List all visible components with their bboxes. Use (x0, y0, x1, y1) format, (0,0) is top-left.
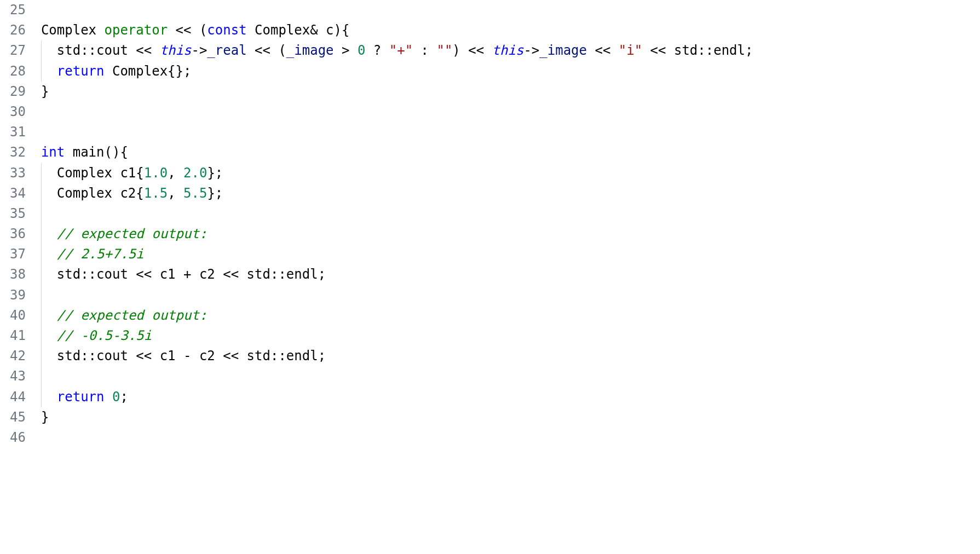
line-number: 36 (10, 224, 26, 244)
code-token: return (57, 64, 105, 79)
code-token: ; (120, 389, 128, 405)
code-token: : (413, 43, 436, 58)
code-line[interactable] (41, 285, 980, 305)
code-line[interactable] (41, 204, 980, 224)
code-area[interactable]: Complex operator << (const Complex& c){ … (41, 0, 980, 448)
code-token: main(){ (65, 145, 128, 160)
code-token: << ( (247, 43, 286, 58)
line-number: 46 (10, 428, 26, 448)
code-token: Complex c2{ (57, 186, 144, 201)
line-number: 28 (10, 61, 26, 82)
code-token: -> (191, 43, 207, 58)
line-number: 30 (10, 102, 26, 122)
code-line[interactable] (41, 122, 980, 142)
code-line[interactable]: // -0.5-3.5i (41, 326, 980, 346)
code-token: std::cout << (57, 43, 160, 58)
code-editor[interactable]: 2526272829303132333435363738394041424344… (0, 0, 980, 448)
indent-whitespace (41, 267, 57, 282)
indent-whitespace (41, 246, 57, 262)
code-token: << (587, 43, 619, 58)
line-number: 25 (10, 0, 26, 20)
line-number: 42 (10, 346, 26, 366)
indent-guide (41, 366, 42, 386)
indent-guide (41, 387, 42, 407)
indent-whitespace (41, 308, 57, 323)
code-line[interactable]: // expected output: (41, 305, 980, 326)
code-token: } (41, 409, 49, 425)
code-line[interactable]: int main(){ (41, 142, 980, 163)
line-number: 31 (10, 122, 26, 142)
code-line[interactable]: // expected output: (41, 224, 980, 244)
code-token: _real (207, 43, 246, 58)
code-token: }; (207, 165, 223, 181)
line-number: 32 (10, 142, 26, 163)
indent-whitespace (41, 348, 57, 363)
indent-whitespace (41, 287, 57, 303)
indent-guide (41, 305, 42, 326)
indent-guide (41, 163, 42, 183)
indent-guide (41, 326, 42, 346)
code-token: "+" (389, 43, 413, 58)
code-token: 1.5 (144, 186, 168, 201)
line-number: 43 (10, 366, 26, 386)
code-token: , (168, 165, 183, 181)
code-token: this (492, 43, 524, 58)
code-token: "" (436, 43, 452, 58)
code-line[interactable] (41, 0, 980, 20)
code-line[interactable]: std::cout << this->_real << (_image > 0 … (41, 41, 980, 61)
indent-whitespace (41, 206, 57, 221)
line-number: 40 (10, 305, 26, 326)
code-token: 0 (112, 389, 120, 405)
code-line[interactable]: return 0; (41, 387, 980, 407)
line-number: 39 (10, 285, 26, 305)
code-token: -> (523, 43, 539, 58)
line-number: 34 (10, 183, 26, 204)
code-line[interactable] (41, 428, 980, 448)
code-line[interactable]: Complex operator << (const Complex& c){ (41, 20, 980, 41)
code-line[interactable]: Complex c1{1.0, 2.0}; (41, 163, 980, 183)
code-token: // expected output: (57, 308, 207, 323)
code-token: int (41, 145, 65, 160)
line-number: 37 (10, 244, 26, 264)
code-token: Complex& c){ (247, 22, 350, 38)
code-line[interactable]: // 2.5+7.5i (41, 244, 980, 264)
code-token: std::cout << c1 - c2 << std::endl; (57, 348, 326, 363)
code-token: 1.0 (144, 165, 168, 181)
code-token: << ( (168, 22, 207, 38)
code-token: Complex{}; (105, 64, 192, 79)
line-number: 44 (10, 387, 26, 407)
indent-whitespace (41, 368, 57, 384)
code-token: ? (365, 43, 389, 58)
code-line[interactable]: } (41, 82, 980, 102)
code-token: // 2.5+7.5i (57, 246, 144, 262)
indent-guide (41, 204, 42, 224)
code-line[interactable] (41, 102, 980, 122)
line-number: 45 (10, 407, 26, 428)
code-line[interactable]: return Complex{}; (41, 61, 980, 82)
code-token: this (160, 43, 192, 58)
code-token: } (41, 84, 49, 99)
code-token: Complex (41, 22, 105, 38)
code-token: }; (207, 186, 223, 201)
line-number: 26 (10, 20, 26, 41)
code-line[interactable]: std::cout << c1 - c2 << std::endl; (41, 346, 980, 366)
code-token: // -0.5-3.5i (57, 328, 152, 343)
code-token: "i" (619, 43, 642, 58)
code-token: const (207, 22, 246, 38)
indent-guide (41, 346, 42, 366)
code-line[interactable]: Complex c2{1.5, 5.5}; (41, 183, 980, 204)
code-token: , (168, 186, 183, 201)
indent-whitespace (41, 226, 57, 241)
indent-guide (41, 244, 42, 264)
line-number: 27 (10, 41, 26, 61)
code-line[interactable]: std::cout << c1 + c2 << std::endl; (41, 264, 980, 285)
indent-whitespace (41, 186, 57, 201)
code-line[interactable] (41, 366, 980, 386)
code-token: // expected output: (57, 226, 207, 241)
code-token: << std::endl; (642, 43, 753, 58)
code-line[interactable]: } (41, 407, 980, 428)
indent-guide (41, 41, 42, 61)
indent-guide (41, 264, 42, 285)
indent-whitespace (41, 165, 57, 181)
code-token: > (334, 43, 358, 58)
